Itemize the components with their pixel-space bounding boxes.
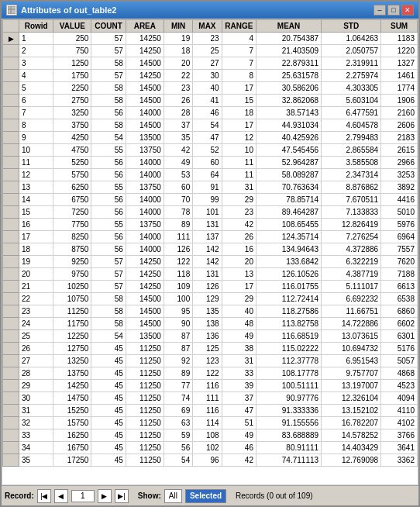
cell-max: 25 xyxy=(193,45,222,57)
table-row[interactable]: 83750581450037541744.9310344.6045782606 xyxy=(3,119,418,132)
col-sum[interactable]: SUM xyxy=(381,20,418,33)
table-row[interactable]: 1572505614000781012389.4642877.133833501… xyxy=(3,206,418,219)
cell-range: 20 xyxy=(222,256,256,268)
cell-mean: 112.37778 xyxy=(256,355,321,367)
next-record-button[interactable]: ▶ xyxy=(98,489,112,503)
cell-max: 111 xyxy=(193,392,222,405)
show-selected-button[interactable]: Selected xyxy=(185,489,226,503)
window-icon xyxy=(6,5,17,16)
col-count[interactable]: COUNT xyxy=(91,20,126,33)
cell-mean: 44.931034 xyxy=(256,119,321,132)
row-indicator xyxy=(3,157,19,169)
table-row[interactable]: 2110250571425010912617116.017555.1110176… xyxy=(3,281,418,293)
table-row[interactable]: 30147504511250741113790.9777612.32610440… xyxy=(3,392,418,405)
table-row[interactable]: ▶125057142501923420.7543871.0642631183 xyxy=(3,33,418,45)
cell-max: 136 xyxy=(193,330,222,343)
table-row[interactable]: 33162504511250591084983.68888914.5782523… xyxy=(3,429,418,442)
record-number-input[interactable] xyxy=(71,490,95,502)
table-row[interactable]: 34167504511250561024680.9111114.40342936… xyxy=(3,442,418,454)
cell-value: 1250 xyxy=(53,57,91,70)
cell-range: 49 xyxy=(222,429,256,442)
cell-max: 137 xyxy=(193,231,222,243)
table-row[interactable]: 271325045112509212331112.377786.95154350… xyxy=(3,355,418,367)
table-row[interactable]: 31152504511250691164791.33333613.1521024… xyxy=(3,405,418,417)
table-row[interactable]: 199250571425012214220133.68426.322219762… xyxy=(3,256,418,268)
record-label: Record: xyxy=(5,491,34,500)
cell-count: 58 xyxy=(91,293,126,305)
table-row[interactable]: 32157504511250631145191.15555616.7822074… xyxy=(3,417,418,429)
table-row[interactable]: 178250561400011113726124.357147.27625469… xyxy=(3,231,418,243)
cell-mean: 52.964287 xyxy=(256,157,321,169)
col-max[interactable]: MAX xyxy=(193,20,222,33)
col-area[interactable]: AREA xyxy=(126,20,164,33)
cell-max: 125 xyxy=(193,343,222,355)
col-std[interactable]: STD xyxy=(322,20,381,33)
cell-mean: 134.94643 xyxy=(256,243,321,256)
table-row[interactable]: 2210750581450010012929112.724146.6922326… xyxy=(3,293,418,305)
table-row[interactable]: 125750561400053641158.0892872.3473143253 xyxy=(3,169,418,181)
maximize-button[interactable]: □ xyxy=(387,5,400,16)
cell-range: 33 xyxy=(222,367,256,380)
cell-value: 2750 xyxy=(53,95,91,107)
cell-mean: 74.711113 xyxy=(256,454,321,467)
cell-area: 11250 xyxy=(126,343,164,355)
cell-min: 70 xyxy=(164,194,192,206)
cell-count: 57 xyxy=(91,256,126,268)
cell-range: 38 xyxy=(222,343,256,355)
cell-std: 5.111017 xyxy=(322,281,381,293)
table-row[interactable]: 3517250451125054964274.71111312.76909833… xyxy=(3,454,418,467)
cell-range: 26 xyxy=(222,231,256,243)
table-row[interactable]: 146750561400070992978.857147.6705114416 xyxy=(3,194,418,206)
first-record-button[interactable]: |◀ xyxy=(37,489,51,503)
minimize-button[interactable]: – xyxy=(374,5,386,16)
table-row[interactable]: 52250581450023401730.5862064.3033051774 xyxy=(3,82,418,95)
table-row[interactable]: 62750581450026411532.8620685.6031041906 xyxy=(3,95,418,107)
close-button[interactable]: ✕ xyxy=(401,5,414,16)
cell-std: 2.275974 xyxy=(322,70,381,82)
table-row[interactable]: 241175058145009013848113.8275814.7228866… xyxy=(3,318,418,330)
table-row[interactable]: 209750571425011813113126.105264.38771971… xyxy=(3,268,418,281)
table-row[interactable]: 281375045112508912233108.177789.75770748… xyxy=(3,367,418,380)
cell-sum: 1220 xyxy=(381,45,418,57)
prev-record-button[interactable]: ◀ xyxy=(54,489,68,503)
cell-area: 14500 xyxy=(126,318,164,330)
table-row[interactable]: 4175057142502230825.6315782.2759741461 xyxy=(3,70,418,82)
table-row[interactable]: 188750561400012614216134.946434.37288675… xyxy=(3,243,418,256)
attributes-table: Rowid VALUE COUNT AREA MIN MAX RANGE MEA… xyxy=(2,19,418,467)
cell-max: 60 xyxy=(193,157,222,169)
cell-sum: 3641 xyxy=(381,442,418,454)
table-row[interactable]: 3125058145002027722.8793112.3199111327 xyxy=(3,57,418,70)
table-row[interactable]: 73250561400028461838.571436.4775912160 xyxy=(3,107,418,119)
col-min[interactable]: MIN xyxy=(164,20,192,33)
cell-area: 14500 xyxy=(126,82,164,95)
table-row[interactable]: 275057142501825721.4035092.0507571220 xyxy=(3,45,418,57)
cell-value: 9750 xyxy=(53,268,91,281)
cell-min: 74 xyxy=(164,392,192,405)
table-row[interactable]: 136250551375060913170.7636348.8768623892 xyxy=(3,181,418,194)
col-rowid[interactable]: Rowid xyxy=(19,20,53,33)
cell-mean: 47.545456 xyxy=(256,144,321,157)
cell-range: 7 xyxy=(222,45,256,57)
cell-std: 4.303305 xyxy=(322,82,381,95)
cell-max: 116 xyxy=(193,405,222,417)
last-record-button[interactable]: ▶| xyxy=(115,489,129,503)
cell-std: 7.133833 xyxy=(322,206,381,219)
cell-max: 64 xyxy=(193,169,222,181)
col-range[interactable]: RANGE xyxy=(222,20,256,33)
table-row[interactable]: 291425045112507711639100.5111113.1970074… xyxy=(3,380,418,392)
table-row[interactable]: 115250561400049601152.9642873.5855082966 xyxy=(3,157,418,169)
table-row[interactable]: 16775055137508913142108.6545512.82641959… xyxy=(3,219,418,231)
cell-std: 4.372886 xyxy=(322,243,381,256)
show-all-button[interactable]: All xyxy=(164,489,182,503)
table-row[interactable]: 231125058145009513540118.2758611.6675168… xyxy=(3,305,418,318)
table-row[interactable]: 94250541350035471240.4259262.7994832183 xyxy=(3,132,418,144)
col-value[interactable]: VALUE xyxy=(53,20,91,33)
table-row[interactable]: 261275045112508712538115.0222210.6947325… xyxy=(3,343,418,355)
table-row[interactable]: 251225054135008713649116.6851913.0736156… xyxy=(3,330,418,343)
table-row[interactable]: 104750551375042521047.5454562.8655842615 xyxy=(3,144,418,157)
cell-min: 89 xyxy=(164,367,192,380)
cell-area: 14250 xyxy=(126,70,164,82)
col-mean[interactable]: MEAN xyxy=(256,20,321,33)
cell-value: 8750 xyxy=(53,243,91,256)
cell-max: 101 xyxy=(193,206,222,219)
